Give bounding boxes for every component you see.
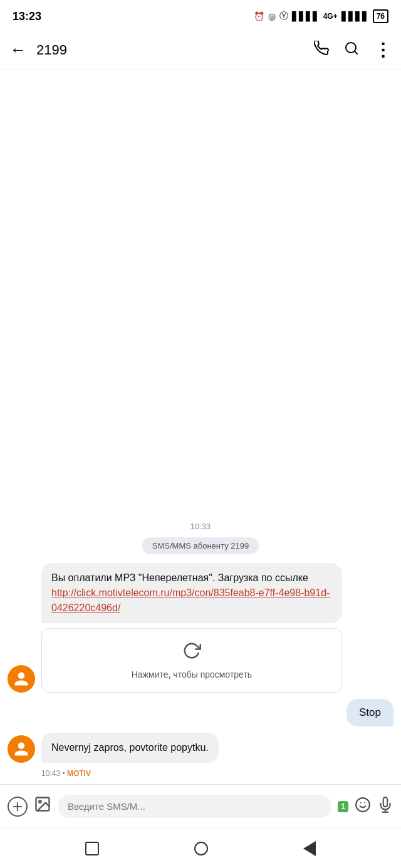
signal-bars2-icon: ▋▋▋▋ bbox=[341, 11, 369, 21]
network-type-label: 4G+ bbox=[323, 12, 338, 21]
sender-avatar-2 bbox=[8, 735, 35, 763]
message-sender-2: MOTIV bbox=[67, 769, 91, 778]
more-options-icon[interactable]: ⋮ bbox=[374, 39, 391, 60]
back-button-nav[interactable] bbox=[303, 841, 316, 856]
y-icon: Ⓨ bbox=[279, 11, 288, 22]
incoming-bubble-2: Nevernyj zapros, povtorite popytku. bbox=[41, 733, 219, 763]
nav-bar bbox=[0, 828, 401, 868]
battery-indicator: 76 bbox=[373, 9, 388, 23]
signal-bars-icon: ▋▋▋▋ bbox=[292, 11, 320, 21]
incoming-text-1: Вы оплатили МРЗ "Неперелетная". Загрузка… bbox=[51, 572, 308, 583]
incoming-message-2-wrapper: Nevernyj zapros, povtorite popytku. 10:4… bbox=[8, 733, 393, 778]
message-meta-2: 10:43 • MOTIV bbox=[8, 769, 393, 778]
mic-button[interactable] bbox=[377, 797, 393, 817]
incoming-text-2: Nevernyj zapros, povtorite popytku. bbox=[51, 742, 209, 753]
message-input[interactable] bbox=[58, 795, 331, 818]
back-button[interactable]: ← bbox=[10, 40, 26, 59]
status-icons: ⏰ ◎ Ⓨ ▋▋▋▋ 4G+ ▋▋▋▋ 76 bbox=[254, 9, 388, 23]
app-bar-actions: ⋮ bbox=[314, 39, 391, 60]
link-preview[interactable]: Нажмите, чтобы просмотреть bbox=[41, 628, 342, 693]
contact-title: 2199 bbox=[36, 42, 314, 58]
svg-point-3 bbox=[39, 800, 41, 803]
status-time: 13:23 bbox=[13, 10, 41, 23]
service-label: SMS/MMS абоненту 2199 bbox=[142, 537, 259, 554]
home-button[interactable] bbox=[194, 842, 208, 855]
outgoing-bubble-stop: Stop bbox=[346, 699, 393, 726]
message-link[interactable]: http://click.motivtelecom.ru/mp3/con/835… bbox=[51, 587, 330, 613]
input-bar: + 1 bbox=[0, 784, 401, 828]
status-bar: 13:23 ⏰ ◎ Ⓨ ▋▋▋▋ 4G+ ▋▋▋▋ 76 bbox=[0, 0, 401, 30]
outgoing-message-stop: Stop bbox=[8, 699, 393, 726]
incoming-message-1: Вы оплатили МРЗ "Неперелетная". Загрузка… bbox=[8, 563, 393, 693]
sms-counter: 1 bbox=[338, 801, 348, 812]
messages-area: 10:33 SMS/MMS абоненту 2199 Вы оплатили … bbox=[0, 70, 401, 784]
meta-bullet: • bbox=[62, 769, 67, 778]
message-time-2: 10:43 bbox=[41, 769, 60, 778]
sender-avatar-1 bbox=[8, 665, 35, 693]
emoji-button[interactable] bbox=[355, 797, 371, 817]
gallery-button[interactable] bbox=[34, 795, 51, 817]
add-attachment-button[interactable]: + bbox=[8, 797, 28, 817]
svg-point-4 bbox=[356, 798, 370, 812]
message-timestamp: 10:33 bbox=[8, 522, 393, 531]
incoming-message-2: Nevernyj zapros, povtorite popytku. bbox=[8, 733, 393, 763]
refresh-icon bbox=[182, 641, 201, 664]
incoming-bubble-1[interactable]: Вы оплатили МРЗ "Неперелетная". Загрузка… bbox=[41, 563, 342, 623]
phone-icon[interactable] bbox=[314, 41, 329, 59]
whatsapp-icon: ◎ bbox=[268, 11, 276, 21]
alarm-icon: ⏰ bbox=[254, 11, 264, 21]
svg-line-1 bbox=[355, 51, 357, 53]
recent-apps-button[interactable] bbox=[85, 842, 99, 855]
search-icon[interactable] bbox=[344, 41, 359, 59]
app-bar: ← 2199 ⋮ bbox=[0, 30, 401, 70]
link-preview-label: Нажмите, чтобы просмотреть bbox=[132, 669, 252, 679]
